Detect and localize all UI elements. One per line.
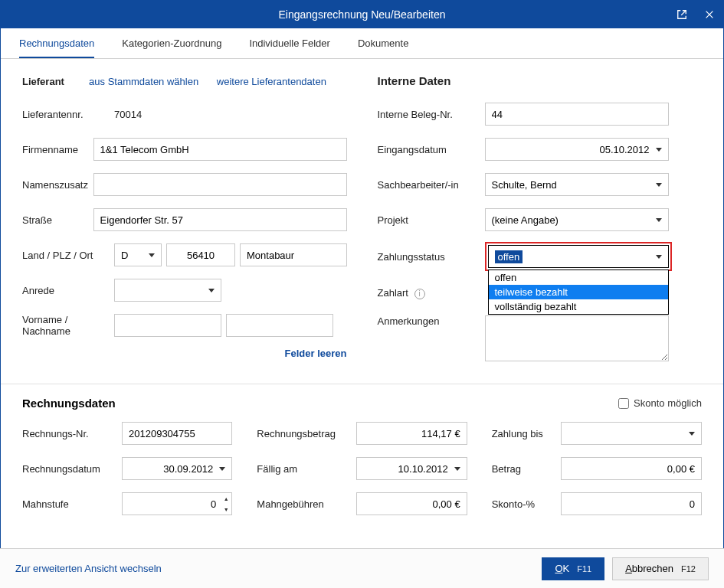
window-title: Eingangsrechnung Neu/Bearbeiten: [279, 8, 446, 21]
input-namenszusatz[interactable]: [93, 173, 347, 196]
info-icon[interactable]: i: [414, 289, 425, 299]
label-zahlungsstatus: Zahlungsstatus: [378, 251, 485, 263]
ok-shortcut: F11: [577, 564, 591, 573]
label-zahlungbis: Zahlung bis: [492, 428, 561, 439]
dialog-footer: Zur erweiterten Ansicht wechseln OK F11 …: [0, 548, 724, 588]
select-zahlungsstatus[interactable]: offen offen teilweise bezahlt vollständi…: [488, 245, 669, 268]
lieferant-title: Lieferant aus Stammdaten wählen weitere …: [22, 74, 347, 87]
label-mahnstufe: Mahnstufe: [22, 498, 122, 510]
ok-button[interactable]: OK F11: [542, 557, 604, 580]
value-sachbearbeiter: Schulte, Bernd: [492, 179, 557, 191]
zahlungsstatus-dropdown: offen teilweise bezahlt vollständig beza…: [488, 270, 669, 315]
datepicker-rechnungsdatum[interactable]: 30.09.2012: [122, 457, 232, 480]
cancel-button[interactable]: Abbrechen F12: [612, 557, 709, 580]
label-faelligam: Fällig am: [257, 463, 356, 475]
tab-individuelle-felder[interactable]: Individuelle Felder: [249, 30, 330, 58]
input-rechnungsnr[interactable]: [122, 422, 232, 445]
rechnungsdaten-title: Rechnungsdaten: [22, 397, 116, 410]
input-rechnungsbetrag[interactable]: [356, 422, 467, 445]
cancel-shortcut: F12: [681, 564, 696, 573]
link-stammdaten[interactable]: aus Stammdaten wählen: [89, 76, 198, 87]
chevron-down-icon: [689, 432, 695, 436]
zahlungsstatus-option-vollstaendig[interactable]: vollständig bezahlt: [489, 299, 668, 314]
chevron-down-icon: [656, 183, 662, 187]
label-anrede: Anrede: [22, 285, 114, 296]
label-mahngebuehren: Mahngebühren: [257, 498, 356, 510]
checkbox-skonto-input[interactable]: [618, 398, 629, 409]
select-sachbearbeiter[interactable]: Schulte, Bernd: [485, 173, 669, 196]
checkbox-skonto[interactable]: Skonto möglich: [618, 397, 702, 409]
label-namenszusatz: Namenszusatz: [22, 179, 93, 191]
zahlungsstatus-option-offen[interactable]: offen: [489, 270, 668, 285]
chevron-down-icon: [656, 255, 662, 259]
value-rechnungsdatum: 30.09.2012: [129, 463, 219, 475]
input-vorname[interactable]: [114, 314, 221, 337]
chevron-down-icon: [219, 467, 225, 471]
chevron-down-icon: [656, 218, 662, 222]
label-betrag: Betrag: [492, 463, 561, 475]
zahlungsstatus-option-teilweise[interactable]: teilweise bezahlt: [489, 285, 668, 299]
datepicker-faelligam[interactable]: 10.10.2012: [356, 457, 467, 480]
value-eingangsdatum: 05.10.2012: [492, 144, 656, 155]
link-erweiterte-ansicht[interactable]: Zur erweiterten Ansicht wechseln: [15, 563, 162, 574]
datepicker-eingangsdatum[interactable]: 05.10.2012: [485, 138, 669, 161]
select-anrede[interactable]: [114, 279, 221, 302]
label-rechnungsdatum: Rechnungsdatum: [22, 463, 122, 475]
tab-dokumente[interactable]: Dokumente: [358, 30, 408, 58]
value-projekt: (keine Angabe): [492, 214, 559, 226]
textarea-anmerkungen[interactable]: [485, 315, 669, 361]
tabs: Rechnungsdaten Kategorien-Zuordnung Indi…: [1, 28, 723, 59]
chevron-down-icon: [454, 467, 460, 471]
label-rechnungsnr: Rechnungs-Nr.: [22, 428, 122, 439]
select-projekt[interactable]: (keine Angabe): [485, 208, 669, 231]
chevron-down-icon: [149, 253, 155, 257]
input-nachname[interactable]: [226, 314, 333, 337]
label-lieferantennr: Lieferantennr.: [22, 109, 114, 120]
tab-kategorien[interactable]: Kategorien-Zuordnung: [122, 30, 221, 58]
input-ort[interactable]: [240, 243, 347, 266]
label-zahlart: Zahlart i: [378, 287, 485, 299]
input-betrag[interactable]: [561, 457, 702, 480]
input-belegnr[interactable]: [485, 103, 669, 126]
value-lieferantennr: 70014: [114, 109, 142, 120]
input-firmenname[interactable]: [93, 138, 347, 161]
chevron-down-icon: [208, 289, 215, 292]
select-land[interactable]: D: [114, 243, 162, 266]
label-strasse: Straße: [22, 214, 93, 226]
input-strasse[interactable]: [93, 208, 347, 231]
value-faelligam: 10.10.2012: [363, 463, 454, 475]
input-skontopct[interactable]: [561, 492, 702, 515]
label-rechnungsbetrag: Rechnungsbetrag: [257, 428, 356, 439]
interne-daten-section: Interne Daten Interne Beleg-Nr. Eingangs…: [378, 74, 703, 373]
popout-button[interactable]: [668, 1, 696, 28]
link-felder-leeren[interactable]: Felder leeren: [285, 348, 347, 359]
label-sachbearbeiter: Sachbearbeiter/-in: [378, 179, 485, 191]
label-anmerkungen: Anmerkungen: [378, 315, 485, 327]
label-skontopct: Skonto-%: [492, 498, 561, 510]
label-belegnr: Interne Beleg-Nr.: [378, 109, 485, 120]
label-vorname-nachname: Vorname / Nachname: [22, 314, 114, 337]
checkbox-skonto-label: Skonto möglich: [634, 397, 702, 409]
input-plz[interactable]: [166, 243, 235, 266]
lieferant-title-text: Lieferant: [22, 76, 64, 87]
link-weitere-lieferantendaten[interactable]: weitere Lieferantendaten: [217, 76, 326, 87]
interne-daten-title: Interne Daten: [378, 74, 703, 87]
tab-rechnungsdaten[interactable]: Rechnungsdaten: [19, 30, 94, 58]
label-firmenname: Firmenname: [22, 144, 93, 155]
chevron-down-icon: [656, 148, 662, 152]
select-land-value: D: [121, 250, 128, 261]
close-button[interactable]: [696, 1, 723, 28]
input-mahngebuehren[interactable]: [356, 492, 467, 515]
input-mahnstufe[interactable]: [122, 492, 232, 515]
lieferant-section: Lieferant aus Stammdaten wählen weitere …: [22, 74, 347, 373]
label-land-plz-ort: Land / PLZ / Ort: [22, 250, 114, 261]
window-buttons: [668, 1, 723, 28]
spinner-down-icon[interactable]: ▼: [221, 504, 231, 514]
value-zahlungsstatus: offen: [495, 250, 523, 263]
spinner-up-icon[interactable]: ▲: [221, 493, 231, 504]
datepicker-zahlungbis[interactable]: [561, 422, 702, 445]
rechnungsdaten-section: Rechnungsdaten Skonto möglich Rechnungs-…: [1, 394, 723, 534]
label-projekt: Projekt: [378, 214, 485, 226]
label-eingangsdatum: Eingangsdatum: [378, 144, 485, 155]
window-header: Eingangsrechnung Neu/Bearbeiten: [1, 1, 723, 28]
